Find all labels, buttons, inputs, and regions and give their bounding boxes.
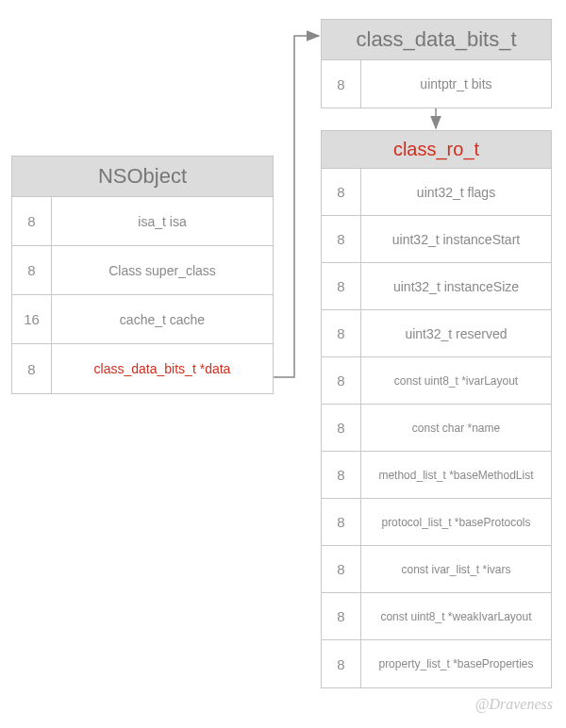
- label-cell: cache_t cache: [52, 295, 273, 343]
- size-cell: 8: [12, 197, 52, 245]
- table-row: 8uint32_t reserved: [322, 310, 551, 357]
- label-cell: const char *name: [361, 405, 551, 451]
- table-row: 8isa_t isa: [12, 197, 273, 246]
- table-row: 8class_data_bits_t *data: [12, 344, 273, 393]
- label-cell: Class super_class: [52, 246, 273, 294]
- label-cell: method_list_t *baseMethodList: [361, 452, 551, 498]
- label-cell: isa_t isa: [52, 197, 273, 245]
- nsobject-table: NSObject 8isa_t isa8Class super_class16c…: [11, 156, 274, 394]
- ro-header: class_ro_t: [322, 131, 551, 169]
- table-row: 8const uint8_t *weakIvarLayout: [322, 593, 551, 640]
- table-row: 8protocol_list_t *baseProtocols: [322, 499, 551, 546]
- size-cell: 8: [322, 357, 361, 404]
- label-cell: class_data_bits_t *data: [52, 344, 273, 393]
- table-row: 8uintptr_t bits: [322, 60, 551, 108]
- bits-header: class_data_bits_t: [322, 20, 551, 60]
- size-cell: 8: [322, 310, 361, 356]
- watermark: @Draveness: [475, 696, 553, 713]
- label-cell: uintptr_t bits: [361, 60, 551, 108]
- size-cell: 8: [322, 640, 361, 687]
- label-cell: protocol_list_t *baseProtocols: [361, 499, 551, 545]
- table-row: 8uint32_t flags: [322, 169, 551, 216]
- table-row: 16cache_t cache: [12, 295, 273, 344]
- size-cell: 8: [322, 499, 361, 545]
- table-row: 8property_list_t *baseProperties: [322, 640, 551, 687]
- size-cell: 8: [322, 169, 361, 215]
- class-data-bits-table: class_data_bits_t 8uintptr_t bits: [321, 19, 552, 108]
- label-cell: const uint8_t *weakIvarLayout: [361, 593, 551, 639]
- label-cell: const ivar_list_t *ivars: [361, 546, 551, 592]
- class-ro-table: class_ro_t 8uint32_t flags8uint32_t inst…: [321, 130, 552, 688]
- size-cell: 8: [322, 593, 361, 639]
- label-cell: uint32_t flags: [361, 169, 551, 215]
- size-cell: 8: [12, 344, 52, 393]
- size-cell: 8: [322, 263, 361, 309]
- table-row: 8uint32_t instanceSize: [322, 263, 551, 310]
- label-cell: const uint8_t *ivarLayout: [361, 357, 551, 404]
- size-cell: 8: [322, 546, 361, 592]
- table-row: 8method_list_t *baseMethodList: [322, 452, 551, 499]
- table-row: 8uint32_t instanceStart: [322, 216, 551, 263]
- label-cell: uint32_t instanceStart: [361, 216, 551, 262]
- size-cell: 8: [322, 405, 361, 451]
- table-row: 8const ivar_list_t *ivars: [322, 546, 551, 593]
- table-row: 8Class super_class: [12, 246, 273, 295]
- label-cell: uint32_t reserved: [361, 310, 551, 356]
- table-row: 8const char *name: [322, 405, 551, 452]
- size-cell: 8: [12, 246, 52, 294]
- size-cell: 8: [322, 452, 361, 498]
- size-cell: 8: [322, 60, 361, 108]
- label-cell: uint32_t instanceSize: [361, 263, 551, 309]
- size-cell: 8: [322, 216, 361, 262]
- nsobject-header: NSObject: [12, 157, 273, 197]
- table-row: 8const uint8_t *ivarLayout: [322, 357, 551, 405]
- size-cell: 16: [12, 295, 52, 343]
- label-cell: property_list_t *baseProperties: [361, 640, 551, 687]
